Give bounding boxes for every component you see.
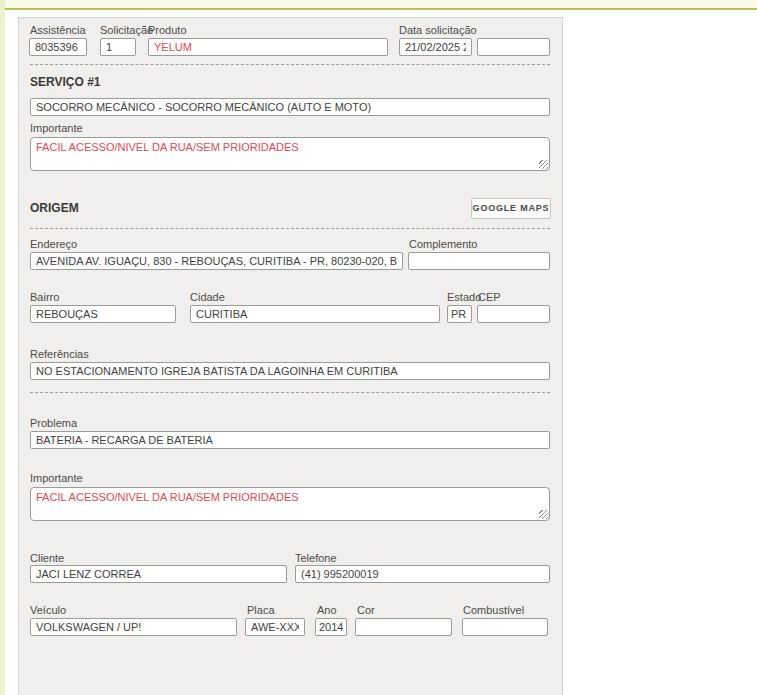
cidade-input[interactable] bbox=[190, 305, 440, 323]
veiculo-input[interactable] bbox=[30, 618, 237, 636]
assistencia-input[interactable] bbox=[29, 38, 87, 56]
placa-input[interactable] bbox=[245, 618, 305, 636]
ano-input[interactable] bbox=[315, 618, 347, 636]
solicitacao-label: Solicitação bbox=[100, 24, 153, 37]
page: Assistência Solicitação Produto Data sol… bbox=[0, 0, 757, 695]
veiculo-label: Veículo bbox=[30, 604, 66, 617]
separator-2 bbox=[30, 228, 550, 229]
separator-3 bbox=[30, 392, 550, 393]
referencias-input[interactable] bbox=[30, 362, 550, 380]
data-solicitacao-hora-input[interactable] bbox=[477, 38, 550, 56]
referencias-label: Referências bbox=[30, 348, 89, 361]
importante-textarea[interactable]: FACIL ACESSO/NIVEL DA RUA/SEM PRIORIDADE… bbox=[30, 137, 550, 171]
importante-label: Importante bbox=[30, 122, 83, 135]
ano-label: Ano bbox=[317, 604, 337, 617]
complemento-label: Complemento bbox=[409, 238, 477, 251]
bairro-input[interactable] bbox=[30, 305, 176, 323]
estado-input[interactable] bbox=[447, 305, 472, 323]
estado-label: Estado bbox=[447, 291, 481, 304]
form-panel bbox=[18, 17, 563, 695]
endereco-label: Endereço bbox=[30, 238, 77, 251]
top-accent-line bbox=[5, 8, 757, 10]
importante2-textarea[interactable]: FACIL ACESSO/NIVEL DA RUA/SEM PRIORIDADE… bbox=[30, 487, 550, 521]
cliente-input[interactable] bbox=[30, 565, 287, 583]
separator-1 bbox=[30, 64, 550, 65]
combustivel-input[interactable] bbox=[462, 618, 548, 636]
servico-heading: SERVIÇO #1 bbox=[30, 75, 100, 89]
produto-input[interactable] bbox=[148, 38, 388, 56]
placa-label: Placa bbox=[247, 604, 275, 617]
combustivel-label: Combustível bbox=[463, 604, 524, 617]
produto-label: Produto bbox=[148, 24, 187, 37]
cidade-label: Cidade bbox=[190, 291, 225, 304]
cep-input[interactable] bbox=[477, 305, 550, 323]
cor-label: Cor bbox=[357, 604, 375, 617]
origem-heading: ORIGEM bbox=[30, 201, 79, 215]
bairro-label: Bairro bbox=[30, 291, 59, 304]
problema-label: Problema bbox=[30, 417, 77, 430]
cep-label: CEP bbox=[478, 291, 501, 304]
top-accent-band bbox=[5, 0, 757, 8]
servico-descricao-input[interactable] bbox=[30, 98, 550, 116]
assistencia-label: Assistência bbox=[30, 24, 86, 37]
solicitacao-input[interactable] bbox=[100, 38, 136, 56]
left-accent-strip bbox=[0, 0, 5, 695]
importante2-label: Importante bbox=[30, 472, 83, 485]
data-solicitacao-label: Data solicitação bbox=[399, 24, 477, 37]
google-maps-button[interactable]: GOOGLE MAPS bbox=[471, 198, 551, 219]
telefone-input[interactable] bbox=[295, 565, 550, 583]
problema-input[interactable] bbox=[30, 431, 550, 449]
cor-input[interactable] bbox=[355, 618, 452, 636]
data-solicitacao-input[interactable] bbox=[399, 38, 472, 56]
complemento-input[interactable] bbox=[408, 252, 550, 270]
endereco-input[interactable] bbox=[30, 252, 403, 270]
